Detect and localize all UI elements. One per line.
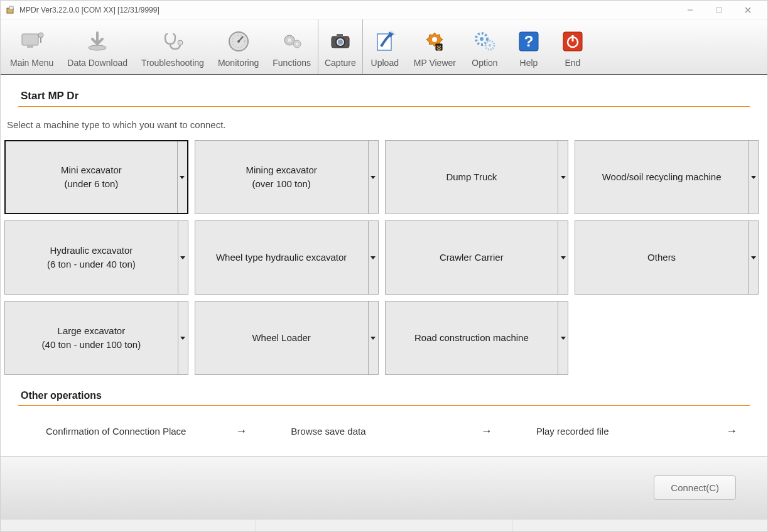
chevron-down-icon: [180, 176, 185, 179]
close-button[interactable]: [733, 1, 762, 19]
machine-line1: Wheel Loader: [252, 331, 310, 345]
machine-dropdown[interactable]: [558, 141, 568, 214]
toolbar-data-download[interactable]: Data Download: [60, 19, 134, 74]
chevron-down-icon: [561, 256, 566, 259]
machine-dropdown[interactable]: [178, 301, 188, 374]
machine-button-main[interactable]: Large excavator(40 ton - under 100 ton): [5, 301, 178, 374]
svg-rect-1: [9, 6, 13, 9]
chevron-down-icon: [561, 337, 566, 340]
machine-button[interactable]: Wood/soil recycling machine: [575, 140, 759, 214]
status-bar: [1, 519, 767, 531]
svg-point-18: [296, 43, 298, 45]
machine-dropdown[interactable]: [748, 141, 758, 214]
toolbar-upload[interactable]: Upload: [363, 19, 407, 74]
svg-rect-6: [22, 34, 38, 45]
chevron-down-icon: [370, 256, 376, 259]
machine-line1: Others: [647, 251, 676, 265]
machine-button-main[interactable]: Dump Truck: [386, 141, 558, 214]
toolbar-help[interactable]: ? Help: [507, 19, 551, 74]
arrow-right-icon: →: [481, 425, 492, 438]
machine-line1: Wood/soil recycling machine: [602, 170, 722, 185]
footer-bar: Connect(C): [1, 456, 767, 519]
toolbar: Main Menu Data Download Troubleshooting: [1, 19, 767, 75]
machine-dropdown[interactable]: [368, 141, 378, 214]
machine-button[interactable]: Others: [575, 220, 759, 295]
machine-line1: Hydraulic excavator: [50, 244, 133, 258]
machine-dropdown[interactable]: [368, 301, 378, 374]
maximize-button[interactable]: [705, 1, 733, 19]
minimize-button[interactable]: [676, 1, 705, 19]
machine-button[interactable]: Wheel type hydraulic excavator: [195, 220, 379, 295]
toolbar-end[interactable]: End: [551, 19, 595, 74]
gear-icon: [279, 26, 305, 57]
machine-button-main[interactable]: Road construction machine: [386, 301, 558, 374]
chevron-down-icon: [180, 256, 185, 259]
machine-button-main[interactable]: Others: [575, 221, 748, 294]
machine-line2: (40 ton - under 100 ton): [42, 338, 141, 352]
stethoscope-icon: [160, 26, 185, 57]
toolbar-label: Help: [520, 58, 538, 68]
machine-button-main[interactable]: Crawler Carrier: [386, 221, 558, 294]
machine-dropdown[interactable]: [558, 301, 568, 374]
toolbar-capture[interactable]: Capture: [318, 19, 363, 74]
toolbar-mp-viewer[interactable]: MP Viewer: [407, 19, 463, 74]
svg-point-9: [89, 45, 106, 50]
machine-grid: Mini excavator(under 6 ton)Mining excava…: [4, 140, 759, 375]
gear-orange-icon: [422, 26, 447, 57]
toolbar-main-menu[interactable]: Main Menu: [3, 19, 60, 74]
machine-button[interactable]: Wheel Loader: [195, 301, 379, 375]
toolbar-monitoring[interactable]: Monitoring: [211, 19, 266, 74]
svg-point-14: [237, 40, 240, 43]
machine-button[interactable]: Road construction machine: [385, 301, 569, 375]
other-operation-item[interactable]: Confirmation of Connection Place→: [14, 418, 259, 444]
machine-button-main[interactable]: Wheel type hydraulic excavator: [195, 221, 368, 294]
gears-blue-icon: [472, 26, 497, 57]
svg-point-25: [432, 37, 437, 42]
toolbar-option[interactable]: Option: [463, 19, 507, 74]
other-operation-label: Confirmation of Connection Place: [46, 426, 186, 437]
machine-button[interactable]: Mining excavator(over 100 ton): [195, 140, 379, 214]
connect-button[interactable]: Connect(C): [654, 475, 736, 500]
machine-button[interactable]: Crawler Carrier: [385, 220, 569, 295]
svg-rect-3: [717, 8, 722, 13]
other-operation-item[interactable]: Play recorded file→: [505, 418, 750, 444]
toolbar-functions[interactable]: Functions: [266, 19, 318, 74]
machine-button[interactable]: Large excavator(40 ton - under 100 ton): [4, 301, 188, 375]
svg-point-29: [489, 44, 491, 46]
machine-button-main[interactable]: Hydraulic excavator(6 ton - under 40 ton…: [5, 221, 178, 294]
machine-dropdown[interactable]: [178, 221, 188, 294]
machine-line2: (6 ton - under 40 ton): [47, 258, 136, 272]
chevron-down-icon: [561, 176, 566, 179]
machine-button[interactable]: Mini excavator(under 6 ton): [4, 140, 188, 214]
machine-button-main[interactable]: Mini excavator(under 6 ton): [6, 141, 177, 213]
machine-button-main[interactable]: Mining excavator(over 100 ton): [195, 141, 368, 214]
question-icon: ?: [518, 26, 539, 57]
machine-dropdown[interactable]: [177, 141, 187, 213]
machine-button[interactable]: Dump Truck: [385, 140, 569, 214]
machine-line1: Dump Truck: [446, 170, 497, 185]
machine-line1: Mini excavator: [61, 163, 122, 178]
upload-icon: [372, 26, 398, 57]
machine-line1: Large excavator: [58, 324, 126, 339]
toolbar-label: Option: [472, 58, 497, 68]
machine-button-main[interactable]: Wheel Loader: [195, 301, 368, 374]
instruction-text: Select a machine type to which you want …: [7, 119, 750, 130]
machine-dropdown[interactable]: [368, 221, 378, 294]
app-window: MPDr Ver3.22.0.0 [COM XX] [12/31/9999]: [0, 0, 768, 532]
camera-icon: [328, 26, 353, 57]
machine-dropdown[interactable]: [748, 221, 758, 294]
other-operation-label: Browse save data: [291, 426, 365, 437]
machine-button-main[interactable]: Wood/soil recycling machine: [575, 141, 748, 214]
app-icon: [6, 5, 16, 15]
toolbar-label: Capture: [325, 58, 356, 68]
svg-text:?: ?: [524, 33, 534, 50]
machine-dropdown[interactable]: [558, 221, 568, 294]
other-operations-title: Other operations: [21, 390, 750, 401]
other-operation-item[interactable]: Browse save data→: [259, 418, 504, 444]
power-icon: [562, 26, 583, 57]
arrow-right-icon: →: [235, 425, 247, 438]
toolbar-troubleshooting[interactable]: Troubleshooting: [134, 19, 211, 74]
machine-line1: Road construction machine: [414, 331, 529, 345]
machine-button[interactable]: Hydraulic excavator(6 ton - under 40 ton…: [4, 220, 188, 295]
toolbar-label: End: [565, 58, 581, 68]
